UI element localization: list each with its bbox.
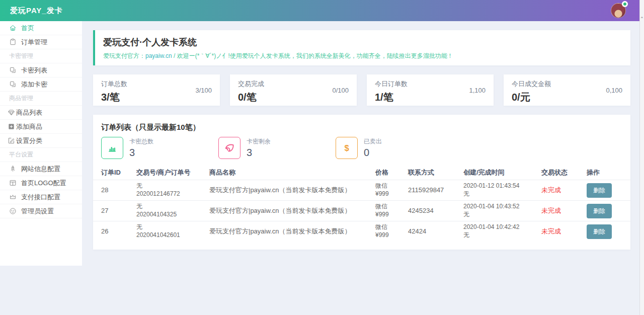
mini-stat-label: 已卖出 <box>364 137 382 146</box>
sidebar-item[interactable]: 平台设置 <box>0 148 82 162</box>
order-list-title: 订单列表（只显示最新10笔） <box>101 123 630 132</box>
user-avatar[interactable] <box>611 3 626 18</box>
mini-stat-label: 卡密剩余 <box>247 137 271 146</box>
page-scrollbar[interactable]: ^ <box>639 0 644 315</box>
sidebar-item[interactable]: 首页 <box>0 21 82 35</box>
orders-column-header: 操作 <box>587 169 622 177</box>
sidebar-item-icon <box>9 179 17 187</box>
mini-stat-value: 3 <box>129 147 153 159</box>
sidebar-item-label: 平台设置 <box>9 150 33 159</box>
merchant-order-number: 2020012146772 <box>136 190 209 198</box>
trade-number-cell: 无 2020041042601 <box>136 223 209 239</box>
merchant-order-number: 2020041042601 <box>136 231 209 240</box>
mini-stat-icon <box>224 142 235 153</box>
sidebar-item[interactable]: 管理员设置 <box>0 204 82 218</box>
sidebar-item-label: 设置分类 <box>16 136 42 145</box>
sidebar-item-label: 首页LOGO配置 <box>21 179 66 188</box>
completed-time: 无 <box>463 211 541 219</box>
price-cell: 微信 ¥999 <box>375 182 408 198</box>
mini-stat-info: 已卖出 0 <box>364 137 382 159</box>
online-status-dot <box>623 3 626 6</box>
orders-table: 订单ID 交易号/商户订单号 商品名称 价格 联系方式 创建/完成时间 交易状态… <box>93 166 630 242</box>
sidebar-item[interactable]: 设置分类 <box>0 134 82 148</box>
order-row: 26 无 2020041042601 爱玩支付官方|payaiw.cn（当前发卡… <box>93 221 630 242</box>
contact-cell: 2115929847 <box>408 186 463 195</box>
sidebar-item-icon <box>8 123 15 130</box>
sidebar-item[interactable]: 添加商品 <box>0 120 82 134</box>
order-row: 28 无 2020012146772 爱玩支付官方|payaiw.cn（当前发卡… <box>93 180 630 200</box>
orders-column-header: 商品名称 <box>209 169 375 177</box>
completed-time: 无 <box>463 190 541 198</box>
completed-time: 无 <box>463 231 541 240</box>
stat-card: 今日订单数 1/笔 1,100 <box>367 74 494 106</box>
stat-card: 今日成交金额 0/元 0,100 <box>504 74 630 106</box>
mini-stat-label: 卡密总数 <box>129 137 153 146</box>
sidebar-item[interactable]: 首页LOGO配置 <box>0 176 82 190</box>
stats-row: 订单总数 3/笔 3/100 交易完成 0/笔 0/100 今日订单数 1/笔 … <box>93 74 630 106</box>
sidebar-item-label: 卡密管理 <box>9 52 33 60</box>
created-time: 2020-01-04 10:43:52 <box>463 203 541 211</box>
merchant-order-number: 202004104325 <box>136 211 209 219</box>
order-row: 27 无 202004104325 爱玩支付官方|payaiw.cn（当前发卡版… <box>93 200 630 221</box>
trade-number: 无 <box>136 182 209 190</box>
orders-table-header: 订单ID 交易号/商户订单号 商品名称 价格 联系方式 创建/完成时间 交易状态… <box>93 166 630 180</box>
mini-stat-icon <box>107 142 118 153</box>
sidebar-item[interactable]: 网站信息配置 <box>0 162 82 176</box>
sidebar-item-icon <box>8 137 15 144</box>
sidebar-item-label: 卡密列表 <box>21 66 47 75</box>
product-name-cell: 爱玩支付官方|payaiw.cn（当前发卡版本免费版） <box>209 186 375 195</box>
sidebar-item-icon <box>8 109 15 116</box>
online-status-badge <box>622 1 628 7</box>
stat-quota: 1,100 <box>469 87 486 94</box>
app-title: 爱玩PAY_发卡 <box>10 6 63 16</box>
delete-button[interactable]: 删除 <box>587 183 612 198</box>
sidebar-item-label: 添加卡密 <box>21 80 47 89</box>
welcome-subtitle: 爱玩支付官方：payaiw.cn / 欢迎ー(*｀∀´*)ノ亻!使用爱玩个人发卡… <box>103 52 630 60</box>
pay-method: 微信 <box>375 203 408 211</box>
mini-stat: 已卖出 0 <box>336 137 453 159</box>
sidebar-item[interactable]: 支付接口配置 <box>0 190 82 204</box>
trade-number-cell: 无 202004104325 <box>136 203 209 218</box>
delete-button[interactable]: 删除 <box>587 204 612 218</box>
price-cell: 微信 ¥999 <box>375 223 408 239</box>
pay-method: 微信 <box>375 223 408 231</box>
mini-stat-icon <box>341 142 352 153</box>
official-site-link[interactable]: payaiw.cn <box>145 52 172 59</box>
action-cell: 删除 <box>587 183 622 198</box>
stat-quota: 3/100 <box>195 87 212 94</box>
sidebar-item[interactable]: 卡密管理 <box>0 49 82 63</box>
stat-card: 交易完成 0/笔 0/100 <box>230 74 357 106</box>
action-cell: 删除 <box>587 204 622 218</box>
sidebar-item-icon <box>9 66 17 74</box>
delete-button[interactable]: 删除 <box>587 224 612 239</box>
sidebar-item[interactable]: 商品管理 <box>0 92 82 106</box>
orders-table-body: 28 无 2020012146772 爱玩支付官方|payaiw.cn（当前发卡… <box>93 180 630 242</box>
sidebar-item-label: 订单管理 <box>21 38 47 47</box>
sidebar-item-label: 管理员设置 <box>21 207 54 216</box>
stat-quota: 0,100 <box>606 87 622 94</box>
sidebar-item-label: 网站信息配置 <box>21 165 60 174</box>
pay-method: 微信 <box>375 182 408 190</box>
sidebar-item[interactable]: 卡密列表 <box>0 63 82 77</box>
sidebar-item[interactable]: 添加卡密 <box>0 77 82 92</box>
sidebar-item[interactable]: 商品列表 <box>0 106 82 120</box>
orders-column-header: 交易号/商户订单号 <box>136 169 209 177</box>
status-cell: 未完成 <box>541 227 587 236</box>
price-value: ¥999 <box>375 231 408 240</box>
action-cell: 删除 <box>587 224 622 239</box>
price-value: ¥999 <box>375 190 408 198</box>
stat-card: 订单总数 3/笔 3/100 <box>93 74 220 106</box>
sidebar-item-label: 添加商品 <box>16 122 42 131</box>
sidebar-item[interactable]: 订单管理 <box>0 35 82 49</box>
mini-stat-icon-box <box>218 137 240 159</box>
welcome-card: 爱玩支付·个人发卡系统 爱玩支付官方：payaiw.cn / 欢迎ー(*｀∀´*… <box>93 30 630 65</box>
contact-cell: 4245234 <box>408 207 463 215</box>
sidebar-item-label: 首页 <box>21 24 34 33</box>
orders-column-header: 创建/完成时间 <box>463 169 541 177</box>
mini-stat-value: 3 <box>247 147 271 159</box>
scrollbar-up-arrow[interactable]: ^ <box>640 16 644 20</box>
order-list-card: 订单列表（只显示最新10笔） 卡密总数 3 卡密剩余 3 <box>93 115 630 250</box>
mini-stat-info: 卡密总数 3 <box>129 137 153 159</box>
time-cell: 2020-01-04 10:42:42 无 <box>463 223 541 239</box>
sidebar-item-icon <box>9 193 17 201</box>
